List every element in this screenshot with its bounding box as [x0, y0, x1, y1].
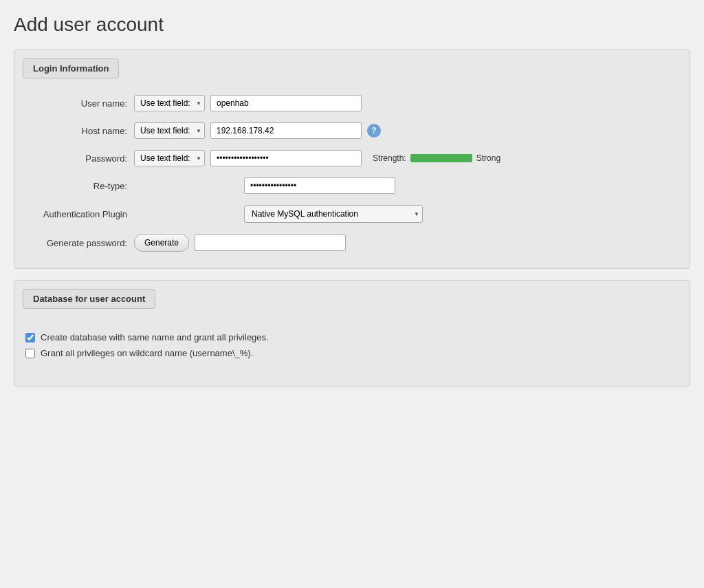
strength-value: Strong [476, 153, 500, 163]
generate-button[interactable]: Generate [134, 234, 189, 252]
username-type-select[interactable]: Use text field: [134, 95, 205, 111]
username-controls: Use text field: [134, 95, 362, 111]
strength-bar [410, 154, 472, 162]
username-label: User name: [24, 98, 134, 109]
login-information-section: Login Information User name: Use text fi… [14, 50, 690, 269]
generated-password-input[interactable] [195, 235, 346, 251]
auth-plugin-row: Authentication Plugin Native MySQL authe… [14, 199, 690, 228]
generate-password-controls: Generate [134, 234, 346, 252]
hostname-row: Host name: Use text field: ? [14, 117, 690, 144]
auth-plugin-select[interactable]: Native MySQL authentication [244, 205, 423, 223]
password-label: Password: [24, 153, 134, 164]
hostname-controls: Use text field: ? [134, 122, 381, 139]
database-checkboxes-container: Create database with same name and grant… [14, 320, 690, 375]
login-section-header: Login Information [23, 58, 119, 78]
retype-label: Re-type: [24, 181, 134, 191]
auth-plugin-controls: Native MySQL authentication [134, 205, 423, 223]
hostname-label: Host name: [24, 126, 134, 136]
hostname-type-select[interactable]: Use text field: [134, 122, 205, 139]
hostname-input[interactable] [210, 122, 362, 139]
checkbox-row-1: Create database with same name and grant… [25, 332, 679, 342]
hostname-dropdown-wrapper: Use text field: [134, 122, 205, 139]
retype-row: Re-type: [14, 172, 690, 199]
username-dropdown-wrapper: Use text field: [134, 95, 205, 111]
database-section-header: Database for user account [23, 289, 155, 309]
wildcard-privileges-checkbox[interactable] [25, 349, 35, 358]
password-type-select[interactable]: Use text field: [134, 150, 205, 166]
auth-plugin-label: Authentication Plugin [24, 209, 134, 219]
generate-password-label: Generate password: [24, 238, 134, 248]
create-database-checkbox[interactable] [25, 333, 35, 342]
checkbox-row-2: Grant all privileges on wildcard name (u… [25, 348, 679, 358]
username-row: User name: Use text field: [14, 89, 690, 117]
database-section: Database for user account Create databas… [14, 280, 690, 386]
page-title: Add user account [14, 14, 690, 36]
auth-select-wrapper: Native MySQL authentication [244, 205, 423, 223]
strength-label: Strength: [373, 153, 406, 163]
create-database-label: Create database with same name and grant… [41, 332, 269, 342]
hostname-help-icon[interactable]: ? [367, 124, 381, 138]
password-row: Password: Use text field: Strength: Stro… [14, 144, 690, 172]
password-input[interactable] [210, 150, 362, 166]
generate-password-row: Generate password: Generate [14, 228, 690, 257]
password-dropdown-wrapper: Use text field: [134, 150, 205, 166]
password-controls: Use text field: Strength: Strong [134, 150, 500, 166]
strength-container: Strength: Strong [373, 153, 500, 163]
wildcard-privileges-label: Grant all privileges on wildcard name (u… [41, 348, 253, 358]
username-input[interactable] [210, 95, 362, 111]
retype-controls [134, 177, 395, 194]
retype-input[interactable] [244, 177, 395, 194]
